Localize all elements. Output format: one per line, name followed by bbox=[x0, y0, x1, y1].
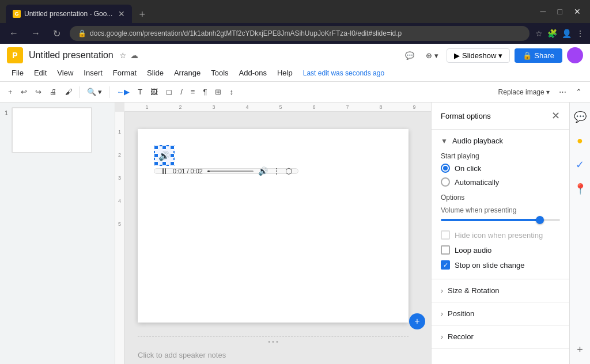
handle-mid-left[interactable] bbox=[154, 153, 158, 158]
audio-controls-bar: ⏸ 0:01 / 0:02 🔊 ⋮ ⬡ bbox=[154, 168, 298, 174]
toolbar-plus[interactable]: + bbox=[5, 86, 16, 98]
handle-bot-left[interactable] bbox=[154, 161, 158, 166]
forward-button[interactable]: → bbox=[28, 27, 44, 40]
close-button[interactable]: ✕ bbox=[570, 6, 584, 17]
share-button[interactable]: 🔒 Share bbox=[515, 48, 562, 63]
user-avatar[interactable] bbox=[567, 47, 583, 63]
external-link-icon[interactable]: ⬡ bbox=[285, 166, 292, 176]
bookmark-icon[interactable]: ☆ bbox=[535, 29, 543, 38]
menu-format[interactable]: Format bbox=[108, 67, 141, 79]
play-pause-button[interactable]: ⏸ bbox=[160, 166, 168, 176]
volume-thumb[interactable] bbox=[536, 216, 544, 224]
handle-top-mid[interactable] bbox=[162, 145, 167, 150]
on-click-radio[interactable]: On click bbox=[441, 164, 560, 173]
reload-button[interactable]: ↻ bbox=[50, 27, 64, 40]
menu-slide[interactable]: Slide bbox=[142, 67, 168, 79]
recolor-header[interactable]: › Recolor bbox=[432, 325, 569, 348]
toolbar-image[interactable]: 🖼 bbox=[147, 86, 161, 98]
ruler-horizontal: 1 2 3 4 5 6 7 8 9 bbox=[124, 103, 431, 112]
sidebar-icon-3[interactable]: ✓ bbox=[572, 155, 588, 175]
menu-tools[interactable]: Tools bbox=[206, 67, 233, 79]
minimize-button[interactable]: ─ bbox=[537, 6, 550, 17]
handle-bot-right[interactable] bbox=[170, 161, 175, 166]
toolbar-more-1[interactable]: ⊞ bbox=[211, 86, 225, 98]
menu-view[interactable]: View bbox=[52, 67, 78, 79]
slide-thumbnail-1[interactable] bbox=[12, 107, 92, 153]
menu-file[interactable]: File bbox=[7, 67, 28, 79]
position-label: Position bbox=[448, 309, 474, 318]
toolbar-paint-format[interactable]: 🖌 bbox=[62, 86, 76, 98]
audio-playback-header[interactable]: ▼ Audio playback bbox=[432, 130, 569, 152]
cloud-icon[interactable]: ☁ bbox=[130, 51, 138, 60]
toolbar-cursor[interactable]: ←▶ bbox=[113, 86, 133, 98]
handle-bot-mid[interactable] bbox=[162, 161, 167, 166]
menu-insert[interactable]: Insert bbox=[79, 67, 107, 79]
toolbar-more-options[interactable]: ⋯ bbox=[555, 86, 570, 98]
speaker-notes-placeholder[interactable]: Click to add speaker notes bbox=[138, 351, 226, 359]
handle-top-left[interactable] bbox=[154, 145, 158, 150]
toolbar-undo[interactable]: ↩ bbox=[17, 86, 31, 98]
toolbar-paragraph[interactable]: ¶ bbox=[199, 86, 210, 98]
toolbar-line[interactable]: / bbox=[177, 86, 186, 98]
automatically-radio[interactable]: Automatically bbox=[441, 177, 560, 187]
toolbar-textbox[interactable]: T bbox=[134, 86, 146, 98]
more-options-button[interactable]: ⋮ bbox=[273, 166, 281, 176]
extensions-icon[interactable]: 🧩 bbox=[547, 29, 557, 38]
size-rotation-header[interactable]: › Size & Rotation bbox=[432, 279, 569, 302]
slideshow-button[interactable]: ▶ Slideshow ▾ bbox=[447, 48, 510, 63]
toolbar-sep-1 bbox=[80, 86, 80, 98]
format-options-panel: Format options ✕ ▼ Audio playback Start … bbox=[431, 103, 569, 364]
sidebar-icon-1[interactable]: 💬 bbox=[570, 107, 590, 127]
toolbar-redo[interactable]: ↪ bbox=[32, 86, 45, 98]
volume-slider[interactable] bbox=[441, 219, 560, 221]
recolor-section: › Recolor bbox=[432, 325, 569, 348]
progress-bar[interactable] bbox=[207, 170, 254, 172]
lock-icon: 🔒 bbox=[78, 29, 86, 37]
back-button[interactable]: ← bbox=[6, 27, 22, 40]
address-input[interactable]: 🔒 docs.google.com/presentation/d/1k1abnh… bbox=[70, 26, 530, 41]
replace-image-button[interactable]: Replace image ▾ bbox=[495, 86, 553, 98]
star-icon[interactable]: ☆ bbox=[119, 51, 127, 60]
hide-icon-checkbox[interactable]: Hide icon when presenting bbox=[441, 230, 560, 240]
comments-button[interactable]: 💬 bbox=[402, 50, 418, 62]
toolbar-collapse[interactable]: ⌃ bbox=[572, 86, 585, 98]
toolbar-format[interactable]: ≡ bbox=[187, 86, 199, 98]
stop-on-change-checkbox[interactable]: ✓ Stop on slide change bbox=[441, 260, 560, 270]
canvas-area: 1 2 3 4 5 6 7 8 9 1 2 3 4 bbox=[115, 103, 431, 364]
restore-button[interactable]: □ bbox=[554, 6, 566, 17]
toolbar-shapes[interactable]: ◻ bbox=[162, 86, 176, 98]
sidebar-icon-4[interactable]: 📍 bbox=[570, 179, 590, 199]
toolbar-zoom[interactable]: 🔍 ▾ bbox=[84, 86, 106, 98]
insert-button[interactable]: ⊕ ▾ bbox=[422, 50, 442, 62]
handle-top-right[interactable] bbox=[170, 145, 175, 150]
volume-icon[interactable]: 🔊 bbox=[258, 166, 268, 176]
loop-audio-checkbox[interactable]: Loop audio bbox=[441, 245, 560, 255]
sidebar-plus-button[interactable]: + bbox=[573, 340, 587, 359]
menu-addons[interactable]: Add-ons bbox=[235, 67, 271, 79]
progress-fill bbox=[207, 170, 210, 172]
slide-1-thumb[interactable]: 1 bbox=[5, 107, 110, 153]
new-tab-button[interactable]: + bbox=[134, 6, 150, 23]
menu-arrange[interactable]: Arrange bbox=[169, 67, 205, 79]
toolbar-transition[interactable]: ↕ bbox=[226, 86, 237, 98]
speaker-notes-area[interactable]: Click to add speaker notes bbox=[138, 346, 409, 364]
menu-help[interactable]: Help bbox=[273, 67, 297, 79]
menu-edit[interactable]: Edit bbox=[29, 67, 51, 79]
audio-element[interactable]: 🔊 ⏸ 0:01 / 0:02 🔊 ⋮ bbox=[154, 145, 175, 166]
handle-mid-right[interactable] bbox=[170, 153, 175, 158]
toolbar-print[interactable]: 🖨 bbox=[46, 86, 60, 98]
position-header[interactable]: › Position bbox=[432, 302, 569, 325]
last-edit-text[interactable]: Last edit was seconds ago bbox=[303, 69, 384, 77]
stop-on-change-label: Stop on slide change bbox=[455, 261, 524, 270]
slideshow-icon: ▶ bbox=[454, 51, 460, 60]
ruler-vertical: 1 2 3 4 5 bbox=[115, 112, 124, 364]
add-slide-button[interactable]: + bbox=[409, 313, 425, 329]
profile-icon[interactable]: 👤 bbox=[562, 29, 572, 38]
tab-close-button[interactable]: ✕ bbox=[118, 9, 125, 18]
menu-icon[interactable]: ⋮ bbox=[576, 29, 584, 38]
active-tab[interactable]: G Untitled presentation - Goo... ✕ bbox=[6, 5, 132, 23]
sidebar-icon-2[interactable]: ● bbox=[573, 131, 587, 150]
window-controls: ─ □ ✕ bbox=[537, 6, 584, 17]
slide-canvas[interactable]: 🔊 ⏸ 0:01 / 0:02 🔊 ⋮ bbox=[138, 129, 409, 323]
format-panel-close[interactable]: ✕ bbox=[551, 109, 560, 122]
